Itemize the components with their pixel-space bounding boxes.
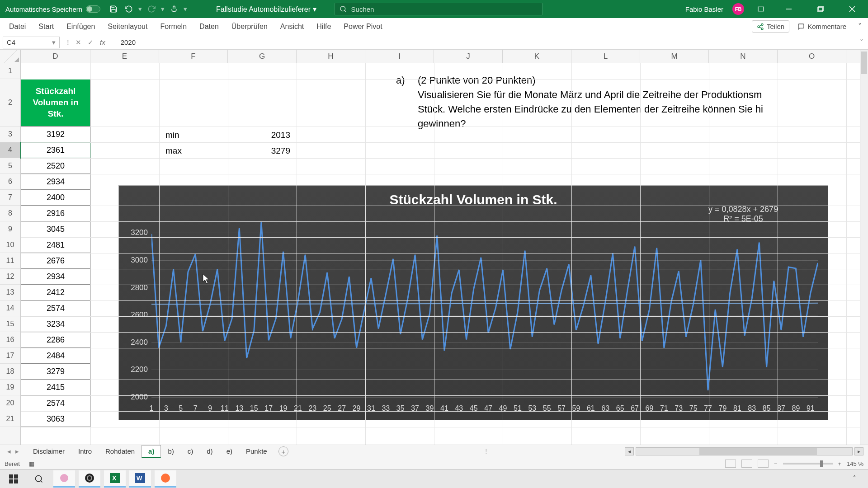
taskbar-app-1[interactable] [53,470,75,488]
sheet-tab-c)[interactable]: c) [181,445,200,458]
column-header-L[interactable]: L [571,50,640,63]
tab-einfuegen[interactable]: Einfügen [60,18,101,35]
row-header-4[interactable]: 4 [0,142,20,158]
taskbar-firefox-icon[interactable] [155,470,176,488]
search-input[interactable]: Suchen [335,3,542,15]
undo-icon[interactable] [124,4,134,14]
data-cell[interactable]: 2574 [21,300,90,316]
row-header-12[interactable]: 12 [0,269,20,285]
row-header-9[interactable]: 9 [0,221,20,237]
column-header-I[interactable]: I [365,50,434,63]
close-button[interactable] [841,0,863,18]
row-header-8[interactable]: 8 [0,206,20,221]
ribbon-display-icon[interactable] [756,4,766,14]
autosave-toggle[interactable]: Automatisches Speichern [0,5,106,13]
row-header-2[interactable]: 2 [0,79,20,127]
data-cell[interactable]: 2676 [21,253,90,269]
column-header-F[interactable]: F [159,50,228,63]
tab-hilfe[interactable]: Hilfe [310,18,337,35]
share-button[interactable]: Teilen [752,20,789,33]
row-header-7[interactable]: 7 [0,190,20,206]
vertical-scrollbar[interactable] [860,50,868,445]
data-cell[interactable]: 2520 [21,158,90,174]
tab-formeln[interactable]: Formeln [154,18,193,35]
data-cell[interactable]: 3192 [21,127,90,142]
dropdown-icon[interactable]: ⁞ [67,38,69,47]
column-header-O[interactable]: O [778,50,846,63]
expand-formula-icon[interactable]: ˅ [855,38,868,47]
sheet-tab-Punkte[interactable]: Punkte [239,445,274,458]
qat-customize-icon[interactable]: ▾ [184,5,187,13]
horizontal-scrollbar[interactable]: ⁞ ◂ ▸ [485,447,868,455]
row-header-14[interactable]: 14 [0,300,20,316]
taskbar-word-icon[interactable]: W [129,470,151,488]
row-header-5[interactable]: 5 [0,158,20,174]
column-header-J[interactable]: J [434,50,503,63]
sheet-tab-Intro[interactable]: Intro [71,445,99,458]
row-header-21[interactable]: 21 [0,411,20,427]
save-icon[interactable] [108,4,118,14]
row-header-10[interactable]: 10 [0,237,20,253]
column-header-K[interactable]: K [503,50,571,63]
sheet-tab-b)[interactable]: b) [161,445,180,458]
comments-button[interactable]: Kommentare [793,21,851,32]
collapse-ribbon-icon[interactable]: ˅ [854,22,865,31]
data-cell[interactable]: 2286 [21,332,90,348]
row-header-15[interactable]: 15 [0,316,20,332]
touch-icon[interactable] [169,4,179,14]
sheet-tab-e)[interactable]: e) [220,445,239,458]
add-sheet-button[interactable]: + [278,446,288,456]
maximize-button[interactable] [809,0,832,18]
data-cell[interactable]: 2574 [21,395,90,411]
row-header-1[interactable]: 1 [0,63,20,79]
row-header-6[interactable]: 6 [0,174,20,190]
cancel-icon[interactable]: ✕ [75,38,81,47]
taskbar-obs-icon[interactable] [79,470,100,488]
tab-daten[interactable]: Daten [193,18,225,35]
redo-icon[interactable] [146,4,156,14]
data-cell[interactable]: 2916 [21,206,90,221]
data-cell[interactable]: 3045 [21,221,90,237]
fx-icon[interactable]: fx [100,38,105,46]
column-header-N[interactable]: N [709,50,778,63]
column-header-G[interactable]: G [228,50,297,63]
data-cell[interactable]: 2400 [21,190,90,206]
column-header-M[interactable]: M [640,50,709,63]
page-break-button[interactable] [758,460,769,468]
page-layout-button[interactable] [741,460,752,468]
toggle-icon[interactable] [86,5,100,13]
row-header-18[interactable]: 18 [0,364,20,380]
scroll-left-button[interactable]: ◂ [625,447,634,455]
show-hidden-icon[interactable]: ˄ [844,470,865,488]
data-cell[interactable]: 2934 [21,269,90,285]
zoom-level[interactable]: 145 % [847,460,863,467]
column-header-E[interactable]: E [90,50,159,63]
start-button[interactable] [3,470,24,488]
data-cell[interactable]: 2484 [21,348,90,364]
taskbar-excel-icon[interactable]: X [104,470,126,488]
tab-start[interactable]: Start [32,18,60,35]
zoom-out-button[interactable]: − [774,460,778,467]
data-cell[interactable]: 2415 [21,380,90,395]
tab-powerpivot[interactable]: Power Pivot [337,18,388,35]
sheet-tab-d)[interactable]: d) [200,445,219,458]
search-taskbar-icon[interactable] [28,470,50,488]
sheet-tab-Rohdaten[interactable]: Rohdaten [99,445,142,458]
scroll-right-button[interactable]: ▸ [854,447,863,455]
minimize-button[interactable] [778,0,800,18]
chevron-down-icon[interactable]: ▾ [52,38,56,47]
normal-view-button[interactable] [725,460,736,468]
document-title[interactable]: Fallstudie Automobilzulieferer ▾ [216,5,316,14]
data-cell[interactable]: 2412 [21,285,90,300]
row-header-13[interactable]: 13 [0,285,20,300]
row-header-17[interactable]: 17 [0,348,20,364]
column-header-H[interactable]: H [297,50,365,63]
data-cell[interactable]: 3234 [21,316,90,332]
sheet-tab-a)[interactable]: a) [142,445,161,458]
data-cell[interactable]: 3279 [21,364,90,380]
tab-datei[interactable]: Datei [3,18,32,35]
tab-ansicht[interactable]: Ansicht [274,18,310,35]
data-cell[interactable]: 2481 [21,237,90,253]
user-name[interactable]: Fabio Basler [685,5,723,13]
row-header-11[interactable]: 11 [0,253,20,269]
